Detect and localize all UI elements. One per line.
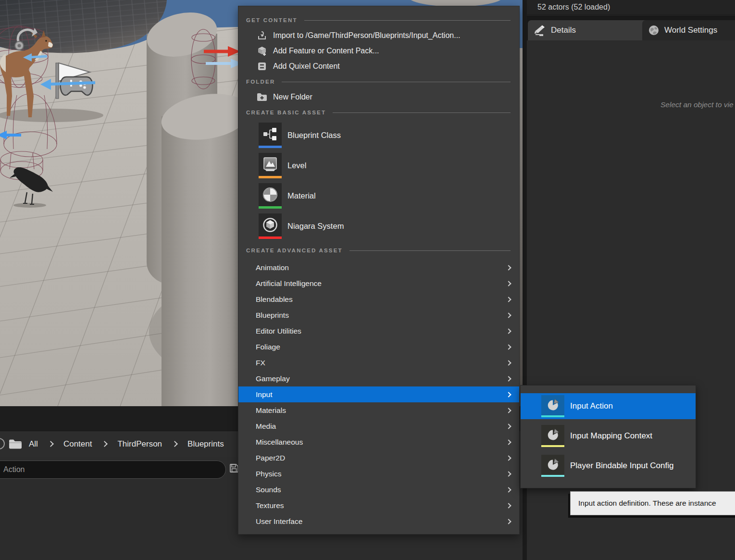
chevron-right-icon: [506, 392, 511, 397]
settings-circle-icon[interactable]: [0, 438, 5, 449]
menu-item-add-quixel[interactable]: Add Quixel Content: [238, 59, 519, 74]
globe-icon: [648, 25, 660, 36]
breadcrumb-all[interactable]: All: [29, 439, 38, 449]
chevron-right-icon: [506, 360, 511, 365]
actor-count-bar: 52 actors (52 loaded): [527, 0, 735, 15]
chevron-right-icon: [506, 519, 511, 524]
input-action-icon: [541, 395, 564, 417]
chevron-right-icon: [506, 455, 511, 460]
chevron-right-icon: [172, 441, 178, 447]
category-gameplay[interactable]: Gameplay: [238, 371, 519, 386]
input-mapping-context-icon: [541, 425, 564, 447]
chevron-right-icon: [506, 408, 511, 413]
section-create-basic-asset: CREATE BASIC ASSET: [238, 105, 519, 120]
section-get-content: GET CONTENT: [238, 12, 519, 28]
category-animation[interactable]: Animation: [238, 260, 519, 275]
asset-niagara-system[interactable]: Niagara System: [238, 211, 519, 241]
unreal-editor-window: All Content ThirdPerson Blueprints 52 ac…: [0, 0, 735, 560]
section-create-advanced-asset: CREATE ADVANCED ASSET: [238, 241, 519, 260]
menu-item-import[interactable]: Import to /Game/ThirdPerson/Blueprints/I…: [238, 28, 519, 43]
menu-item-new-folder[interactable]: New Folder: [238, 89, 519, 105]
breadcrumb-content[interactable]: Content: [63, 439, 92, 449]
breadcrumb-blueprints[interactable]: Blueprints: [187, 439, 224, 449]
input-submenu: Input Action Input Mapping Context Playe…: [520, 385, 696, 488]
details-pencil-icon: [534, 25, 546, 36]
category-input[interactable]: Input: [238, 386, 519, 402]
category-user-interface[interactable]: User Interface: [238, 513, 519, 529]
category-paper2d[interactable]: Paper2D: [238, 450, 519, 466]
breadcrumb-thirdperson[interactable]: ThirdPerson: [117, 439, 162, 449]
asset-blueprint-class[interactable]: Blueprint Class: [238, 120, 519, 150]
empty-state-text: Select an object to vie: [660, 100, 734, 109]
material-icon: [259, 183, 282, 209]
category-sounds[interactable]: Sounds: [238, 482, 519, 498]
menu-item-add-feature[interactable]: Add Feature or Content Pack...: [238, 43, 519, 59]
chevron-right-icon: [506, 328, 511, 334]
tab-world-settings[interactable]: World Settings: [642, 20, 735, 40]
submenu-player-bindable-input-config[interactable]: Player Bindable Input Config: [521, 453, 696, 479]
chevron-right-icon: [506, 503, 511, 508]
quixel-bridge-icon: [257, 61, 267, 72]
player-bindable-input-config-icon: [541, 455, 564, 477]
asset-material[interactable]: Material: [238, 181, 519, 211]
blueprint-class-icon: [259, 123, 282, 148]
submenu-input-mapping-context[interactable]: Input Mapping Context: [521, 423, 696, 449]
chevron-right-icon: [506, 281, 511, 286]
category-fx[interactable]: FX: [238, 355, 519, 371]
chevron-right-icon: [506, 439, 511, 445]
niagara-icon: [259, 213, 282, 239]
section-folder: FOLDER: [238, 74, 519, 89]
submenu-input-action[interactable]: Input Action: [521, 393, 696, 419]
category-blendables[interactable]: Blendables: [238, 291, 519, 307]
import-icon: [257, 30, 267, 41]
category-foliage[interactable]: Foliage: [238, 339, 519, 355]
category-artificial-intelligence[interactable]: Artificial Intelligence: [238, 275, 519, 291]
tab-details-label: Details: [551, 25, 576, 35]
chevron-right-icon: [506, 376, 511, 381]
floppy-save-icon[interactable]: [229, 463, 239, 473]
actor-count-label: 52 actors (52 loaded): [537, 3, 610, 12]
content-browser-context-menu: GET CONTENT Import to /Game/ThirdPerson/…: [238, 6, 520, 535]
chevron-right-icon: [102, 441, 108, 447]
tooltip: Input action definition. These are insta…: [570, 491, 735, 515]
chevron-right-icon: [506, 471, 511, 476]
level-icon: [259, 153, 282, 178]
deer-shadow: [0, 109, 103, 122]
tooltip-text: Input action definition. These are insta…: [578, 499, 716, 508]
search-input[interactable]: [0, 460, 226, 479]
chevron-right-icon: [506, 312, 511, 318]
panel-tab-bar: Details × World Settings: [527, 15, 735, 40]
chevron-right-icon: [506, 423, 511, 429]
category-editor-utilities[interactable]: Editor Utilities: [238, 323, 519, 339]
chevron-right-icon: [506, 487, 511, 492]
chevron-right-icon: [506, 297, 511, 302]
new-folder-icon: [257, 92, 267, 102]
chevron-right-icon: [506, 265, 511, 270]
tab-world-settings-label: World Settings: [664, 25, 717, 35]
category-materials[interactable]: Materials: [238, 402, 519, 418]
asset-level[interactable]: Level: [238, 150, 519, 181]
chevron-right-icon: [48, 441, 54, 447]
category-physics[interactable]: Physics: [238, 466, 519, 482]
feature-pack-icon: [257, 46, 267, 56]
chevron-right-icon: [506, 344, 511, 349]
category-textures[interactable]: Textures: [238, 498, 519, 513]
category-media[interactable]: Media: [238, 418, 519, 434]
category-miscellaneous[interactable]: Miscellaneous: [238, 434, 519, 450]
category-blueprints[interactable]: Blueprints: [238, 307, 519, 323]
folder-icon: [9, 439, 22, 449]
